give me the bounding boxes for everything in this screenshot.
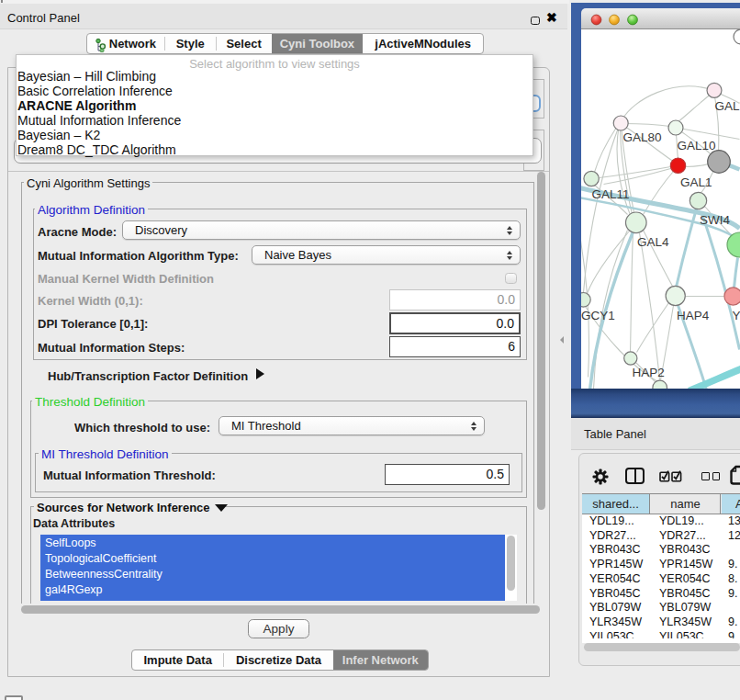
svg-text:Y: Y	[733, 309, 740, 322]
svg-text:GAL10: GAL10	[678, 139, 716, 152]
svg-text:HAP4: HAP4	[677, 309, 710, 322]
svg-text:GAL80: GAL80	[623, 130, 662, 144]
svg-text:HAP2: HAP2	[633, 366, 665, 379]
svg-text:GAL11: GAL11	[592, 187, 630, 201]
svg-text:SWI4: SWI4	[700, 213, 730, 227]
svg-text:GAL1: GAL1	[680, 175, 712, 189]
svg-text:GAL7: GAL7	[715, 99, 740, 113]
svg-text:GAL4: GAL4	[637, 235, 669, 249]
svg-text:GCY1: GCY1	[581, 309, 615, 322]
